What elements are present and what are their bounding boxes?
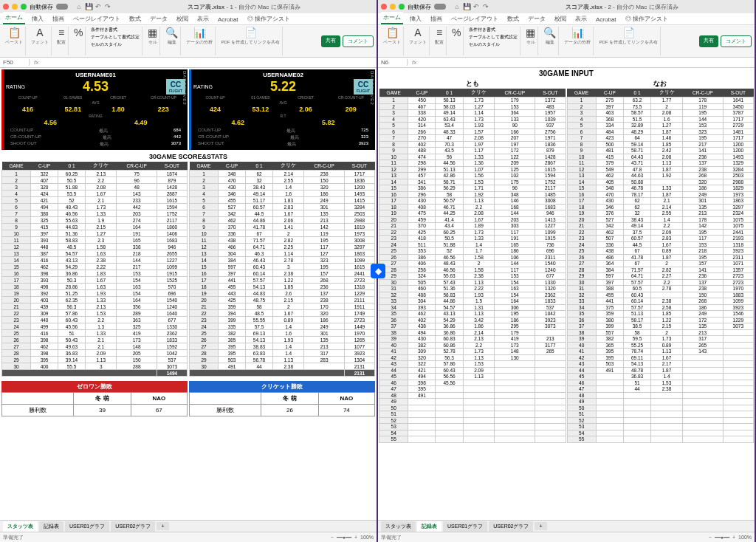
- zoom-out-icon[interactable]: −: [709, 535, 712, 540]
- table-row[interactable]: 3039757.572.21372723: [567, 279, 754, 286]
- table-row[interactable]: 52: [567, 417, 754, 424]
- table-row[interactable]: 49: [567, 399, 754, 405]
- table-row[interactable]: 1143871.572.821953008: [190, 237, 375, 244]
- ribbon-tab[interactable]: 数式: [127, 13, 143, 24]
- table-row[interactable]: 2939539.141.13150537: [2, 357, 188, 363]
- table-row[interactable]: 4442160.432.09: [379, 367, 566, 374]
- table-row[interactable]: 4536.831.4: [567, 374, 754, 380]
- table-row[interactable]: 1254947.81.872383284: [567, 166, 754, 173]
- table-row[interactable]: 3437557.572.581863923: [567, 304, 754, 311]
- table-row[interactable]: 1139358.832.31651683: [2, 237, 188, 244]
- table-row[interactable]: 1845554.131.852361318: [190, 284, 375, 290]
- autosave-switch[interactable]: [56, 4, 68, 10]
- table-row[interactable]: 2239448.51.673201749: [190, 310, 375, 317]
- table-row[interactable]: 4332257.861.53: [379, 361, 566, 368]
- table-row[interactable]: 3739938.52.151353073: [567, 323, 754, 330]
- table-row[interactable]: 1330446.31.141271863: [190, 250, 375, 257]
- table-row[interactable]: 55: [379, 436, 566, 443]
- table-row[interactable]: 2230957.861.532891640: [2, 310, 188, 317]
- table-row[interactable]: 46511.53: [567, 380, 754, 386]
- table-row[interactable]: 2839836.832.092051042: [2, 350, 188, 357]
- table-row[interactable]: 1041564.432.082361493: [567, 154, 754, 160]
- table-row[interactable]: 3146051.362.221631320: [379, 286, 566, 292]
- table-row[interactable]: 3245560.431501883: [567, 292, 754, 298]
- table-row[interactable]: 2639850.432.11731833: [2, 337, 188, 343]
- table-row[interactable]: 1639760.142.381572441: [190, 270, 375, 277]
- close-icon[interactable]: [3, 4, 9, 10]
- paste-group[interactable]: 📋ペースト: [381, 27, 404, 55]
- table-row[interactable]: 7423641.461951717: [567, 135, 754, 142]
- ribbon-tab[interactable]: ホーム: [3, 12, 25, 24]
- table-row[interactable]: 4139578.741.13143: [567, 349, 754, 355]
- table-row[interactable]: 50: [567, 405, 754, 411]
- table-row[interactable]: 2433557.51.42491449: [190, 323, 375, 330]
- font-group[interactable]: Aフォント: [29, 27, 52, 55]
- table-row[interactable]: 846244.862.062132988: [190, 217, 375, 224]
- table-row[interactable]: 1840846.712.21681683: [379, 204, 566, 210]
- table-row[interactable]: 48: [567, 392, 754, 399]
- table-row[interactable]: 2636554.131.931351265: [190, 337, 375, 343]
- sheet-tab[interactable]: 記録表: [39, 521, 63, 532]
- table-row[interactable]: 333849.141.143641957: [379, 110, 566, 117]
- table-row[interactable]: 1647078.171.872491973: [567, 191, 754, 198]
- ribbon-tab[interactable]: 描画: [50, 13, 66, 24]
- zoom-out-icon[interactable]: −: [331, 535, 334, 540]
- table-row[interactable]: 273646721571071: [567, 261, 754, 267]
- table-row[interactable]: 3040055.532883073: [2, 363, 188, 370]
- table-row[interactable]: 2433644.51.671531318: [567, 241, 754, 248]
- table-row[interactable]: 3640254.293.421863923: [379, 317, 566, 323]
- table-row[interactable]: 533432.891.271532729: [567, 123, 754, 129]
- table-row[interactable]: 3943060.832.13419213: [379, 336, 566, 343]
- table-row[interactable]: 346358.572.081953787: [567, 110, 754, 117]
- table-row[interactable]: 1739350.31.671541525: [2, 277, 188, 284]
- table-row[interactable]: 2449945.561.33251330: [2, 323, 188, 330]
- table-row[interactable]: 51: [379, 411, 566, 418]
- table-row[interactable]: 3535951.131.852491546: [567, 311, 754, 318]
- table-row[interactable]: 2344060.432.2363677: [2, 317, 188, 323]
- table-row[interactable]: 1345742.861.561021594: [379, 173, 566, 179]
- table-row[interactable]: 2350760.572.831172193: [567, 236, 754, 242]
- table-row[interactable]: 3330444.861.51641833: [379, 298, 566, 305]
- table-row[interactable]: 1559760.4331951615: [190, 264, 375, 270]
- table-row[interactable]: 51: [567, 411, 754, 418]
- table-row[interactable]: 648448.291.873231481: [567, 128, 754, 135]
- ribbon-tab[interactable]: データ: [148, 13, 170, 24]
- table-row[interactable]: 1348622.142381717: [190, 171, 375, 177]
- table-row[interactable]: 3439354.571.31306537: [379, 304, 566, 311]
- table-row[interactable]: 2137043.41.893031227: [379, 223, 566, 230]
- table-row[interactable]: 3050557.431.131541330: [379, 279, 566, 286]
- table-row[interactable]: 937041.781.411421819: [190, 224, 375, 230]
- cells-group[interactable]: ▦セル: [523, 27, 538, 55]
- redo-icon[interactable]: ↷: [104, 3, 111, 10]
- sheet-tab[interactable]: USER02グラフ: [489, 521, 533, 532]
- table-row[interactable]: 545551.171.832491415: [190, 197, 375, 204]
- table-row[interactable]: 3138860.52.782381970: [567, 286, 754, 292]
- home-icon[interactable]: ⌂: [453, 3, 461, 10]
- pdf-group[interactable]: 📄PDF を作成してリンクを共有: [597, 27, 661, 55]
- ribbon-tab[interactable]: 描画: [428, 13, 444, 24]
- table-row[interactable]: 1849828.861.63163570: [2, 284, 188, 290]
- table-row[interactable]: 652760.572.833013284: [190, 204, 375, 210]
- table-row[interactable]: 1244848.51.58338946: [2, 244, 188, 250]
- table-row[interactable]: 4130952.781.73148265: [379, 349, 566, 355]
- table-row[interactable]: 17430622.13011863: [567, 198, 754, 205]
- table-row[interactable]: 1743050.571.131463008: [379, 198, 566, 205]
- table-row[interactable]: 53: [567, 424, 754, 430]
- table-row[interactable]: 2739538.831.42131077: [190, 343, 375, 350]
- table-row[interactable]: 3849436.862.14179: [379, 329, 566, 336]
- table-row[interactable]: 3938259.51.73317: [567, 336, 754, 343]
- autosave-toggle[interactable]: 自動保存: [408, 3, 431, 11]
- table-row[interactable]: 25438670.892183923: [567, 248, 754, 255]
- sheet-tab[interactable]: USER01グラフ: [443, 521, 487, 532]
- table-row[interactable]: 2648641.781.871952311: [567, 254, 754, 261]
- number-group[interactable]: %: [72, 27, 86, 55]
- table-row[interactable]: 840270.31.971971836: [379, 141, 566, 148]
- table-row[interactable]: 1538656.291.71962117: [379, 185, 566, 192]
- table-row[interactable]: 332051.882.08481428: [2, 184, 188, 191]
- table-row[interactable]: 48491: [379, 392, 566, 399]
- table-row[interactable]: 434649.141.61861493: [190, 191, 375, 197]
- table-row[interactable]: 1346244.631.922682503: [567, 173, 754, 179]
- table-row[interactable]: 2246237.52.091952441: [567, 229, 754, 236]
- table-row[interactable]: 3248858.831.931542362: [379, 292, 566, 298]
- pdf-group[interactable]: 📄PDF を作成してリンクを共有: [219, 27, 283, 55]
